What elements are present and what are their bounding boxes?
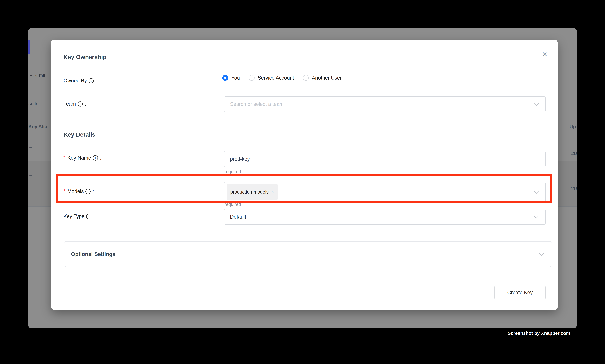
create-key-button-sliver[interactable] (28, 40, 30, 54)
column-header-key-alias: Key Alia (28, 124, 47, 129)
owned-by-label: Owned By : (64, 78, 97, 84)
key-name-label-text: Key Name (67, 155, 91, 161)
chevron-down-icon[interactable] (534, 101, 539, 106)
column-header-updated: Up (569, 124, 576, 130)
section-title-key-details: Key Details (64, 131, 95, 138)
radio-label: Service Account (258, 75, 294, 81)
owned-by-options: You Service Account Another User (222, 75, 342, 81)
label-colon: : (100, 155, 101, 161)
app-window: eset Filt sults Key Alia Up – 11/ – 11/ … (28, 28, 577, 328)
key-name-input[interactable]: prod-key (224, 151, 546, 167)
key-name-value: prod-key (224, 156, 250, 162)
key-type-label-text: Key Type (64, 213, 84, 219)
table-row-alias-cell: – (29, 144, 32, 150)
owned-by-label-text: Owned By (64, 78, 87, 84)
key-type-select[interactable]: Default (224, 209, 546, 225)
results-count-partial: sults (28, 101, 38, 106)
info-icon (93, 155, 98, 161)
section-title-key-ownership: Key Ownership (64, 54, 107, 61)
create-key-button[interactable]: Create Key (494, 285, 545, 300)
table-row-alias-cell: – (29, 172, 32, 178)
chevron-down-icon[interactable] (534, 213, 539, 219)
radio-option-you[interactable]: You (222, 75, 240, 81)
radio-selected-icon[interactable] (222, 75, 228, 81)
info-icon (89, 78, 94, 83)
label-colon: : (96, 78, 97, 84)
table-row-date-cell: 11/ (571, 151, 577, 156)
close-icon[interactable]: ✕ (540, 50, 550, 59)
label-colon: : (93, 213, 95, 219)
xnapper-watermark: Screenshot by Xnapper.com (508, 331, 570, 336)
optional-settings-panel[interactable]: Optional Settings (64, 241, 552, 267)
radio-unselected-icon[interactable] (249, 75, 255, 81)
reset-filters-button-partial[interactable]: eset Filt (28, 73, 45, 78)
radio-label: Another User (312, 75, 342, 81)
create-key-modal: Key Ownership ✕ Owned By : You Service A… (51, 40, 558, 310)
radio-unselected-icon[interactable] (303, 75, 309, 81)
radio-label: You (231, 75, 240, 81)
key-type-label: Key Type : (64, 213, 95, 219)
info-icon (86, 214, 91, 219)
team-label: Team : (64, 101, 86, 107)
info-icon (77, 101, 83, 107)
key-type-value: Default (224, 214, 246, 220)
team-select-placeholder: Search or select a team (224, 101, 283, 107)
key-name-label: * Key Name : (64, 155, 101, 161)
table-row-date-cell: 11/ (571, 186, 577, 191)
annotation-highlight-rectangle (56, 174, 552, 203)
team-label-text: Team (64, 101, 76, 107)
optional-settings-title: Optional Settings (71, 251, 116, 257)
key-name-required-message: required (224, 169, 241, 174)
chevron-down-icon[interactable] (539, 251, 544, 256)
required-asterisk: * (64, 155, 65, 161)
radio-option-service-account[interactable]: Service Account (249, 75, 294, 81)
team-select[interactable]: Search or select a team (224, 96, 546, 112)
label-colon: : (85, 101, 86, 107)
radio-option-another-user[interactable]: Another User (303, 75, 342, 81)
